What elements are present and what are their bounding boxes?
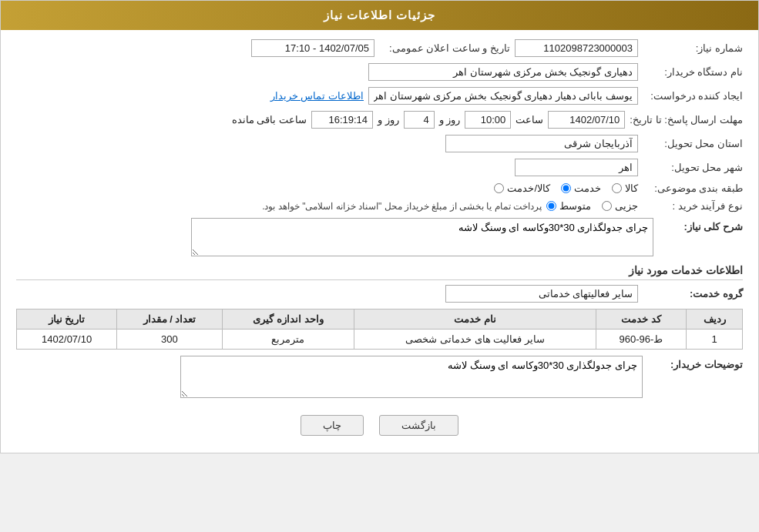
- cell-name: سایر فعالیت های خدماتی شخصی: [354, 330, 596, 350]
- process-medium-label: متوسط: [559, 200, 591, 212]
- process-type-row: نوع فرآیند خرید : جزیی متوسط پرداخت تمام…: [16, 200, 743, 212]
- category-goods-label: کالا: [625, 182, 638, 194]
- days-label: روز و: [439, 114, 461, 125]
- buyer-desc-label: توضیحات خریدار:: [643, 356, 743, 370]
- buyer-org-row: نام دستگاه خریدار:: [16, 63, 743, 81]
- category-goods-item: کالا: [612, 182, 638, 194]
- category-gs-label: کالا/خدمت: [507, 182, 550, 194]
- category-service-radio[interactable]: [561, 183, 571, 193]
- category-service-item: خدمت: [561, 182, 601, 194]
- process-partial-radio[interactable]: [602, 201, 612, 211]
- public-announce-label: تاریخ و ساعت اعلان عمومی:: [379, 42, 510, 54]
- general-desc-textarea[interactable]: [191, 218, 653, 256]
- back-button[interactable]: بازگشت: [379, 415, 458, 436]
- category-row: طبقه بندی موضوعی: کالا خدمت کالا/خدمت: [16, 182, 743, 194]
- category-gs-item: کالا/خدمت: [494, 182, 550, 194]
- public-announce-input[interactable]: [251, 39, 374, 57]
- category-label: طبقه بندی موضوعی:: [643, 182, 743, 194]
- category-goods-radio[interactable]: [612, 183, 622, 193]
- process-medium-item: متوسط: [546, 200, 591, 212]
- header-title: جزئیات اطلاعات نیاز: [324, 8, 435, 22]
- buyer-desc-textarea[interactable]: [180, 356, 643, 398]
- province-label: استان محل تحویل:: [643, 138, 743, 149]
- col-date: تاریخ نیاز: [17, 309, 117, 330]
- page-wrapper: جزئیات اطلاعات نیاز شماره نیاز: تاریخ و …: [0, 0, 759, 453]
- response-deadline-row: مهلت ارسال پاسخ: تا تاریخ: ساعت روز و رو…: [16, 111, 743, 129]
- process-partial-item: جزیی: [602, 200, 638, 212]
- service-group-input[interactable]: [445, 285, 638, 303]
- response-days-input[interactable]: [404, 111, 435, 129]
- col-unit: واحد اندازه گیری: [222, 309, 354, 330]
- cell-code: ط-96-960: [596, 330, 686, 350]
- process-medium-radio[interactable]: [546, 201, 556, 211]
- services-section-title: اطلاعات خدمات مورد نیاز: [16, 264, 743, 280]
- province-row: استان محل تحویل:: [16, 135, 743, 152]
- cell-date: 1402/07/10: [17, 330, 117, 350]
- process-radio-group: جزیی متوسط: [546, 200, 638, 212]
- general-desc-row: شرح کلی نیاز:: [16, 218, 743, 256]
- content-area: شماره نیاز: تاریخ و ساعت اعلان عمومی: نا…: [1, 30, 758, 453]
- table-row: 1 ط-96-960 سایر فعالیت های خدماتی شخصی م…: [17, 330, 743, 350]
- col-row: ردیف: [687, 309, 743, 330]
- buyer-desc-row: توضیحات خریدار:: [16, 356, 743, 398]
- response-time-input[interactable]: [465, 111, 511, 129]
- service-group-label: گروه خدمت:: [643, 288, 743, 299]
- cell-unit: مترمربع: [222, 330, 354, 350]
- contact-link[interactable]: اطلاعات تماس خریدار: [270, 90, 364, 102]
- province-input[interactable]: [445, 135, 638, 152]
- buttons-row: بازگشت چاپ: [16, 404, 743, 443]
- cell-qty: 300: [117, 330, 222, 350]
- clock-label: روز و: [378, 114, 399, 125]
- category-gs-radio[interactable]: [494, 183, 504, 193]
- general-desc-label: شرح کلی نیاز:: [658, 218, 743, 233]
- print-button[interactable]: چاپ: [301, 415, 364, 436]
- page-header: جزئیات اطلاعات نیاز: [1, 1, 758, 30]
- col-qty: تعداد / مقدار: [117, 309, 222, 330]
- category-service-label: خدمت: [574, 182, 601, 194]
- col-code: کد خدمت: [596, 309, 686, 330]
- response-date-input[interactable]: [548, 111, 625, 129]
- response-deadline-label: مهلت ارسال پاسخ: تا تاریخ:: [630, 114, 743, 125]
- cell-row: 1: [687, 330, 743, 350]
- col-name: نام خدمت: [354, 309, 596, 330]
- city-label: شهر محل تحویل:: [643, 162, 743, 173]
- process-note: پرداخت تمام یا بخشی از مبلغ خریداز محل "…: [262, 201, 542, 212]
- service-group-row: گروه خدمت:: [16, 285, 743, 303]
- services-table: ردیف کد خدمت نام خدمت واحد اندازه گیری ت…: [16, 309, 743, 350]
- need-number-label: شماره نیاز:: [643, 42, 743, 54]
- need-number-input[interactable]: [515, 39, 638, 57]
- category-radio-group: کالا خدمت کالا/خدمت: [494, 182, 638, 194]
- remaining-label: ساعت باقی مانده: [232, 114, 307, 125]
- response-time-label: ساعت: [516, 114, 543, 125]
- need-number-row: شماره نیاز: تاریخ و ساعت اعلان عمومی:: [16, 39, 743, 57]
- process-type-label: نوع فرآیند خرید :: [643, 200, 743, 212]
- creator-row: ایجاد کننده درخواست: اطلاعات تماس خریدار: [16, 87, 743, 105]
- response-clock-input[interactable]: [311, 111, 373, 129]
- city-input[interactable]: [515, 159, 638, 176]
- city-row: شهر محل تحویل:: [16, 159, 743, 176]
- creator-label: ایجاد کننده درخواست:: [643, 90, 743, 102]
- buyer-org-input[interactable]: [368, 63, 638, 81]
- buyer-org-label: نام دستگاه خریدار:: [643, 66, 743, 78]
- process-partial-label: جزیی: [615, 200, 638, 212]
- creator-input[interactable]: [368, 87, 638, 105]
